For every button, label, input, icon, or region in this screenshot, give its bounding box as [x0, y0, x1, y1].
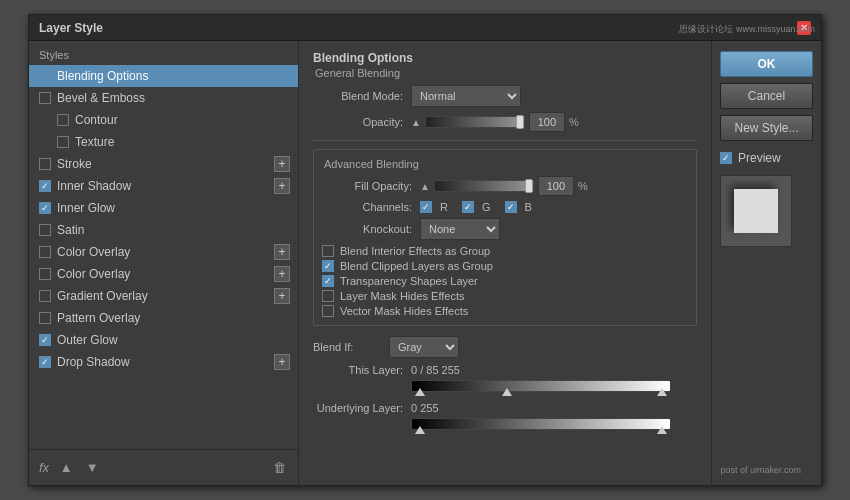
checkbox-color-overlay1[interactable] — [39, 246, 51, 258]
checkbox-inner-glow[interactable] — [39, 202, 51, 214]
sidebar-item-label-inner-shadow: Inner Shadow — [57, 179, 288, 193]
new-style-button[interactable]: New Style... — [720, 115, 813, 141]
sidebar-item-label-color-overlay1: Color Overlay — [57, 245, 288, 259]
knockout-select[interactable]: NoneShallowDeep — [420, 218, 500, 240]
checkbox-gradient-overlay[interactable] — [39, 290, 51, 302]
fill-opacity-label: Fill Opacity: — [322, 180, 412, 192]
styles-label: Styles — [29, 41, 298, 65]
blend-if-row: Blend If: GrayRGB — [313, 336, 697, 358]
checkbox-bevel-emboss[interactable] — [39, 92, 51, 104]
channel-r-checkbox[interactable] — [420, 201, 432, 213]
sidebar-item-inner-shadow[interactable]: Inner Shadow+ — [29, 175, 298, 197]
options-grid: Blend Interior Effects as GroupBlend Cli… — [322, 245, 688, 317]
opacity-input[interactable]: 100 — [529, 112, 565, 132]
sidebar-item-label-gradient-overlay: Gradient Overlay — [57, 289, 288, 303]
checkbox-stroke[interactable] — [39, 158, 51, 170]
sidebar-item-drop-shadow[interactable]: Drop Shadow+ — [29, 351, 298, 373]
sidebar-item-label-drop-shadow: Drop Shadow — [57, 355, 288, 369]
preview-checkbox[interactable] — [720, 152, 732, 164]
ok-button[interactable]: OK — [720, 51, 813, 77]
blend-mode-label: Blend Mode: — [313, 90, 403, 102]
sidebar-item-color-overlay1[interactable]: Color Overlay+ — [29, 241, 298, 263]
fill-opacity-slider-thumb[interactable] — [525, 179, 533, 193]
watermark-bottom: post of uimaker.com — [720, 465, 801, 475]
checkbox-contour[interactable] — [57, 114, 69, 126]
sidebar-item-label-blending-options: Blending Options — [57, 69, 288, 83]
left-panel: Styles Blending OptionsBevel & EmbossCon… — [29, 41, 299, 485]
sidebar-item-gradient-overlay[interactable]: Gradient Overlay+ — [29, 285, 298, 307]
sidebar-item-stroke[interactable]: Stroke+ — [29, 153, 298, 175]
opacity-slider-container: ▲ 100 % — [411, 112, 579, 132]
underlying-layer-slider[interactable] — [411, 416, 671, 432]
this-layer-row: This Layer: 0 / 85 255 — [313, 364, 697, 376]
delete-button[interactable]: 🗑 — [270, 459, 288, 477]
sidebar-item-inner-glow[interactable]: Inner Glow — [29, 197, 298, 219]
move-down-button[interactable]: ▼ — [83, 459, 101, 477]
divider1 — [313, 140, 697, 141]
add-btn-color-overlay1[interactable]: + — [274, 244, 290, 260]
channel-b-checkbox[interactable] — [505, 201, 517, 213]
fill-opacity-input[interactable]: 100 — [538, 176, 574, 196]
checkbox-outer-glow[interactable] — [39, 334, 51, 346]
sidebar-item-outer-glow[interactable]: Outer Glow — [29, 329, 298, 351]
this-layer-thumb-right[interactable] — [657, 388, 667, 396]
checkbox-blend-interior-group[interactable] — [322, 245, 334, 257]
sidebar-item-texture[interactable]: Texture — [29, 131, 298, 153]
blend-mode-row: Blend Mode: NormalDissolveMultiplyScreen… — [313, 85, 697, 107]
sidebar-item-color-overlay2[interactable]: Color Overlay+ — [29, 263, 298, 285]
knockout-label: Knockout: — [322, 223, 412, 235]
checkbox-layer-mask-hides[interactable] — [322, 290, 334, 302]
sidebar-item-satin[interactable]: Satin — [29, 219, 298, 241]
preview-label: Preview — [738, 151, 781, 165]
fill-opacity-slider-track[interactable] — [434, 180, 534, 192]
add-btn-inner-shadow[interactable]: + — [274, 178, 290, 194]
opacity-slider-thumb[interactable] — [516, 115, 524, 129]
checkbox-satin[interactable] — [39, 224, 51, 236]
checkbox-blend-clipped-layers[interactable] — [322, 260, 334, 272]
dialog-body: Styles Blending OptionsBevel & EmbossCon… — [29, 41, 821, 485]
this-layer-values: 0 / 85 255 — [411, 364, 460, 376]
option-row-vector-mask-hides: Vector Mask Hides Effects — [322, 305, 688, 317]
checkbox-vector-mask-hides[interactable] — [322, 305, 334, 317]
sidebar-item-pattern-overlay[interactable]: Pattern Overlay — [29, 307, 298, 329]
this-layer-slider[interactable] — [411, 378, 671, 394]
add-btn-drop-shadow[interactable]: + — [274, 354, 290, 370]
checkbox-texture[interactable] — [57, 136, 69, 148]
blend-if-section: Blend If: GrayRGB This Layer: 0 / 85 255… — [313, 336, 697, 432]
move-up-button[interactable]: ▲ — [57, 459, 75, 477]
checkbox-color-overlay2[interactable] — [39, 268, 51, 280]
checkbox-inner-shadow[interactable] — [39, 180, 51, 192]
checkbox-transparency-shapes[interactable] — [322, 275, 334, 287]
checkbox-drop-shadow[interactable] — [39, 356, 51, 368]
this-layer-thumb-mid[interactable] — [502, 388, 512, 396]
underlying-layer-track — [411, 418, 671, 430]
sidebar-item-label-pattern-overlay: Pattern Overlay — [57, 311, 288, 325]
opacity-slider-track[interactable] — [425, 116, 525, 128]
sidebar-item-bevel-emboss[interactable]: Bevel & Emboss — [29, 87, 298, 109]
add-btn-gradient-overlay[interactable]: + — [274, 288, 290, 304]
option-label-vector-mask-hides: Vector Mask Hides Effects — [340, 305, 468, 317]
checkbox-pattern-overlay[interactable] — [39, 312, 51, 324]
blend-if-select[interactable]: GrayRGB — [389, 336, 459, 358]
add-btn-color-overlay2[interactable]: + — [274, 266, 290, 282]
option-label-layer-mask-hides: Layer Mask Hides Effects — [340, 290, 465, 302]
sidebar-item-blending-options[interactable]: Blending Options — [29, 65, 298, 87]
blend-mode-select[interactable]: NormalDissolveMultiplyScreenOverlay — [411, 85, 521, 107]
underlying-layer-thumb-left[interactable] — [415, 426, 425, 434]
channel-g-checkbox[interactable] — [462, 201, 474, 213]
underlying-layer-thumb-right[interactable] — [657, 426, 667, 434]
advanced-blending-label: Advanced Blending — [324, 158, 688, 170]
sidebar-item-contour[interactable]: Contour — [29, 109, 298, 131]
section-title: Blending Options — [313, 51, 697, 65]
sidebar-item-label-stroke: Stroke — [57, 157, 288, 171]
opacity-label: Opacity: — [313, 116, 403, 128]
option-row-blend-clipped-layers: Blend Clipped Layers as Group — [322, 260, 688, 272]
channels-container: R G B — [420, 201, 538, 213]
cancel-button[interactable]: Cancel — [720, 83, 813, 109]
opacity-row: Opacity: ▲ 100 % — [313, 112, 697, 132]
add-btn-stroke[interactable]: + — [274, 156, 290, 172]
sidebar-item-label-inner-glow: Inner Glow — [57, 201, 288, 215]
this-layer-thumb-left[interactable] — [415, 388, 425, 396]
sidebar-item-label-bevel-emboss: Bevel & Emboss — [57, 91, 288, 105]
right-panel: OK Cancel New Style... Preview — [711, 41, 821, 485]
